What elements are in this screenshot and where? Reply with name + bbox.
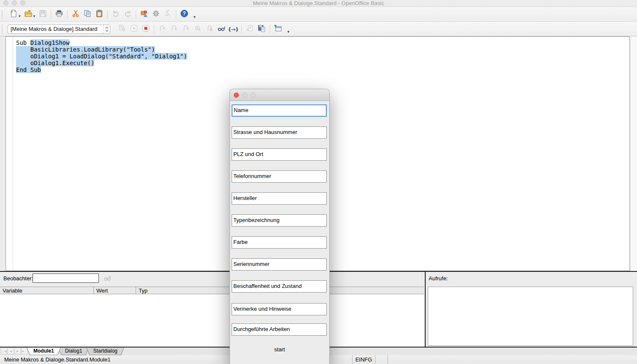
dialog-text-field[interactable]: Durchgeführte Arbeiten — [232, 323, 327, 336]
single-step-button — [169, 24, 179, 34]
library-selector-stepper-icon[interactable] — [103, 25, 110, 33]
tab-nav-buttons: ❘◀ ◀ ▶ ▶❘ — [0, 348, 28, 355]
call-stack-list[interactable] — [428, 287, 633, 346]
editor-scrollbar[interactable] — [630, 36, 637, 271]
watch-input[interactable] — [33, 274, 99, 283]
new-icon — [9, 9, 18, 19]
dialog-text-field[interactable]: Hersteller — [232, 192, 327, 205]
paste-button[interactable] — [94, 9, 104, 19]
dialog-text-field[interactable]: Strasse und Hausnummer — [232, 126, 327, 139]
toolbar-separator — [241, 25, 242, 33]
tab-module1[interactable]: Module1 — [27, 348, 61, 355]
copy-icon — [83, 9, 92, 19]
code-line[interactable]: oDialog1.Execute() — [16, 60, 187, 66]
window-title: Meine Makros & Dialoge.Standard - OpenOf… — [0, 0, 637, 7]
toolbar-separator — [136, 10, 136, 19]
step-out-button — [181, 24, 191, 34]
compile-icon — [118, 24, 126, 34]
enable-watch-icon — [217, 24, 226, 34]
macro-toolbar: [Meine Makros & Dialoge].Standard (→) ▾ — [0, 22, 637, 36]
library-selector-value: [Meine Makros & Dialoge].Standard — [8, 26, 103, 32]
print-button[interactable] — [54, 9, 64, 19]
toolbar-grip[interactable] — [2, 10, 5, 19]
stop-button[interactable] — [141, 24, 151, 34]
dialog-text-field[interactable]: Vermerke und Hinweise — [232, 303, 327, 315]
dialog-text-field[interactable]: Beschaffenheit und Zustand — [232, 280, 327, 293]
help-button[interactable]: ? — [179, 9, 189, 19]
settings-icon — [152, 9, 160, 19]
dialog-text-field[interactable]: Name — [232, 104, 327, 117]
toolbar-overflow-button[interactable]: ▾ — [287, 30, 290, 34]
step-out-icon — [182, 24, 190, 34]
stop-icon — [142, 24, 150, 34]
dialog-close-button[interactable] — [234, 93, 239, 98]
tab-label: Module1 — [27, 348, 61, 355]
window-titlebar: Meine Makros & Dialoge.Standard - OpenOf… — [0, 0, 637, 7]
start-button[interactable]: start — [230, 346, 329, 353]
new-button[interactable] — [8, 9, 19, 19]
calls-label: Aufrufe: — [429, 275, 448, 282]
copy-button[interactable] — [82, 9, 93, 19]
find-parentheses-button[interactable]: (→) — [228, 24, 238, 34]
code-line[interactable]: oDialog1 = LoadDialog("Standard", "Dialo… — [16, 53, 187, 60]
single-step-icon — [170, 24, 178, 34]
dialog-text-field[interactable]: Telefonnummer — [232, 170, 327, 183]
save-source-as-button[interactable] — [257, 24, 267, 34]
watch-list[interactable] — [0, 294, 424, 347]
standard-toolbar: ▾▾? ▾ — [0, 7, 637, 22]
dialog-text-field[interactable]: Farbe — [232, 236, 327, 249]
tab-label: Dialog1 — [58, 348, 89, 355]
call-stack-panel: Aufrufe: — [426, 272, 637, 347]
status-insert-mode[interactable]: EINFG — [352, 355, 375, 364]
new-dialog-button[interactable] — [273, 24, 283, 34]
dialog-text-field[interactable]: Typenbezeichnung — [232, 214, 327, 227]
run-button — [129, 24, 139, 34]
settings-button[interactable] — [151, 9, 161, 19]
library-selector[interactable]: [Meine Makros & Dialoge].Standard — [8, 25, 110, 34]
toolbar-grip[interactable] — [2, 25, 5, 34]
first-tab-button[interactable]: ❘◀ — [1, 348, 7, 354]
toolbar-overflow-button[interactable]: ▾ — [194, 15, 196, 19]
dialog-titlebar[interactable] — [230, 89, 329, 101]
watch-label: Beobachter: — [3, 275, 33, 282]
save-button — [38, 9, 48, 19]
dialog-zoom-button[interactable] — [251, 93, 256, 98]
choose-macro-button[interactable] — [139, 9, 149, 19]
cut-button[interactable] — [71, 9, 81, 19]
status-document-path: Meine Makros & Dialoge.Standard.Module1 — [4, 356, 110, 363]
enable-watch-button[interactable] — [216, 24, 227, 34]
manage-breakpoints-button — [205, 24, 215, 34]
new-dropdown-icon[interactable]: ▾ — [19, 14, 21, 18]
choose-macro-icon — [140, 9, 148, 19]
toolbar-separator — [51, 10, 51, 19]
dialog-text-field[interactable]: PLZ und Ort — [232, 148, 327, 161]
prev-tab-button[interactable]: ◀ — [8, 348, 14, 354]
code-line[interactable]: BasicLibraries.LoadLibrary("Tools") — [16, 46, 187, 53]
basic-dialog-window: NameStrasse und HausnummerPLZ und OrtTel… — [230, 89, 330, 364]
save-source-as-icon — [257, 24, 266, 34]
dialog-minimize-button[interactable] — [242, 93, 247, 98]
status-empty-cell — [375, 355, 388, 364]
column-header-wert[interactable]: Wert — [94, 287, 136, 294]
open-button[interactable] — [23, 9, 33, 19]
open-dropdown-icon[interactable]: ▾ — [33, 14, 36, 18]
watch-panel: Beobachter: Variable Wert Typ — [0, 272, 425, 347]
code-text[interactable]: Sub Dialog1Show BasicLibraries.LoadLibra… — [16, 39, 187, 73]
watch-table-header: Variable Wert Typ — [0, 287, 424, 294]
toolbar-separator — [270, 25, 270, 33]
redo-icon — [123, 9, 132, 19]
code-line[interactable]: End Sub — [16, 66, 187, 73]
tab-startdialog[interactable]: Startdialog — [86, 348, 124, 355]
insert-source-text-icon — [246, 24, 254, 34]
next-tab-button[interactable]: ▶ — [14, 348, 21, 354]
tab-dialog1[interactable]: Dialog1 — [58, 348, 89, 355]
compile-button — [117, 24, 127, 34]
breakpoint-gutter[interactable] — [6, 37, 13, 271]
code-line[interactable]: Sub Dialog1Show — [16, 39, 187, 46]
dialog-window-controls — [234, 93, 256, 98]
last-tab-button[interactable]: ▶❘ — [21, 348, 27, 354]
tab-label: Startdialog — [86, 348, 124, 355]
run-icon — [130, 24, 138, 34]
column-header-variable[interactable]: Variable — [0, 287, 94, 294]
dialog-text-field[interactable]: Seriennummer — [232, 258, 327, 271]
